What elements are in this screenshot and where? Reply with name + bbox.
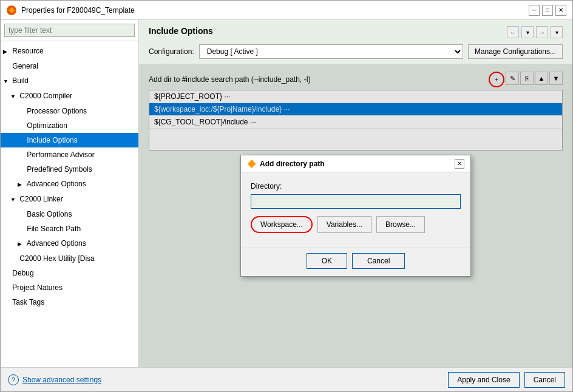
sidebar-item-c2000-hex-utility[interactable]: C2000 Hex Utility [Disa (1, 251, 138, 266)
sidebar-item-label: Task Tags (12, 298, 44, 306)
title-bar-left: 🔶 Properties for F280049C_Template (7, 5, 135, 15)
show-advanced-link[interactable]: Show advanced settings (22, 376, 101, 384)
dialog-close-button[interactable]: ✕ (455, 159, 464, 169)
dialog-title-bar: 🔶 Add directory path ✕ (241, 155, 470, 172)
sidebar-item-c2000-compiler[interactable]: ▼ C2000 Compiler (1, 89, 138, 104)
sidebar-item-label: Resource (12, 47, 43, 55)
bottom-buttons: Apply and Close Cancel (448, 372, 565, 388)
dialog-title: 🔶 Add directory path (247, 160, 325, 168)
dialog-ok-button[interactable]: OK (307, 253, 347, 269)
sidebar-item-resource[interactable]: ▶ Resource (1, 44, 138, 59)
window-controls: ─ □ ✕ (529, 5, 566, 16)
directory-input[interactable] (251, 194, 461, 209)
title-bar: 🔶 Properties for F280049C_Template ─ □ ✕ (1, 1, 572, 20)
bottom-bar: ? Show advanced settings Apply and Close… (1, 367, 572, 391)
main-content: Include Options ← ▾ → ▾ Configuration: D… (139, 20, 572, 367)
sidebar-item-label: General (12, 62, 38, 70)
sidebar-item-build[interactable]: ▼ Build (1, 73, 138, 89)
filter-input[interactable] (4, 24, 135, 37)
sidebar-item-processor-options[interactable]: Processor Options (1, 104, 138, 118)
filter-wrap (1, 20, 138, 41)
add-directory-dialog: 🔶 Add directory path ✕ Directory: Worksp… (240, 155, 471, 277)
dialog-cancel-button[interactable]: Cancel (352, 253, 405, 269)
sidebar-item-label: C2000 Linker (19, 195, 63, 203)
nav-forward-button[interactable]: → (536, 26, 548, 38)
sidebar-item-task-tags[interactable]: Task Tags (1, 295, 138, 309)
sidebar-item-label: Advanced Options (27, 239, 86, 248)
sidebar-item-label: Processor Options (27, 107, 87, 115)
manage-configurations-button[interactable]: Manage Configurations... (468, 44, 563, 59)
sidebar-item-project-natures[interactable]: Project Natures (1, 280, 138, 295)
arrow-icon: ▶ (3, 46, 10, 58)
sidebar-item-label: Project Natures (12, 283, 63, 292)
app-icon: 🔶 (7, 5, 16, 15)
sidebar-item-general[interactable]: General (1, 59, 138, 73)
config-row: Configuration: Debug [ Active ] Manage C… (149, 44, 563, 59)
sidebar-item-c2000-linker[interactable]: ▼ C2000 Linker (1, 192, 138, 207)
arrow-icon: ▼ (3, 75, 10, 87)
sidebar-item-file-search-path[interactable]: File Search Path (1, 221, 138, 236)
arrow-icon: ▼ (10, 90, 18, 103)
sidebar-item-label: Predefined Symbols (27, 165, 92, 174)
sidebar-item-label: Performance Advisor (27, 150, 94, 159)
nav-back-dropdown[interactable]: ▾ (521, 26, 534, 38)
browse-button[interactable]: Browse... (376, 216, 425, 233)
main-header: Include Options ← ▾ → ▾ Configuration: D… (139, 20, 572, 64)
help-icon[interactable]: ? (8, 374, 19, 385)
config-select[interactable]: Debug [ Active ] (199, 44, 463, 59)
section-title: Include Options (149, 26, 213, 36)
variables-button[interactable]: Variables... (317, 216, 371, 233)
dialog-buttons-row: Workspace... Variables... Browse... (251, 216, 461, 233)
nav-back-button[interactable]: ← (507, 26, 519, 38)
nav-forward-dropdown[interactable]: ▾ (551, 26, 563, 38)
sidebar-item-label: Build (12, 76, 29, 85)
sidebar-item-basic-options[interactable]: Basic Options (1, 207, 138, 221)
sidebar: ▶ Resource General ▼ Build ▼ C2000 Compi… (1, 20, 139, 367)
sidebar-item-advanced-options-compiler[interactable]: ▶ Advanced Options (1, 177, 138, 192)
minimize-button[interactable]: ─ (529, 5, 540, 16)
content-area: ▶ Resource General ▼ Build ▼ C2000 Compi… (1, 20, 572, 367)
maximize-button[interactable]: □ (542, 5, 553, 16)
workspace-button[interactable]: Workspace... (251, 216, 313, 233)
apply-close-button[interactable]: Apply and Close (448, 372, 519, 388)
include-area: Add dir to #include search path (--inclu… (139, 64, 572, 367)
sidebar-item-performance-advisor[interactable]: Performance Advisor (1, 147, 138, 162)
config-label: Configuration: (149, 47, 194, 56)
cancel-button[interactable]: Cancel (524, 372, 565, 388)
sidebar-item-include-options[interactable]: Include Options (1, 133, 138, 147)
nav-arrows: ← ▾ → ▾ (507, 26, 563, 38)
close-button[interactable]: ✕ (555, 5, 566, 16)
arrow-icon: ▶ (18, 178, 25, 191)
sidebar-item-label: File Search Path (27, 225, 81, 233)
dialog-icon: 🔶 (247, 160, 256, 168)
window-title: Properties for F280049C_Template (21, 6, 135, 15)
sidebar-item-label: Debug (12, 269, 33, 277)
sidebar-item-label: Optimization (27, 121, 67, 130)
arrow-icon: ▶ (18, 238, 25, 250)
main-window: 🔶 Properties for F280049C_Template ─ □ ✕… (0, 0, 573, 392)
directory-label: Directory: (251, 182, 461, 191)
sidebar-item-debug[interactable]: Debug (1, 266, 138, 280)
tree-container: ▶ Resource General ▼ Build ▼ C2000 Compi… (1, 41, 138, 367)
sidebar-item-predefined-symbols[interactable]: Predefined Symbols (1, 162, 138, 177)
sidebar-item-label: Include Options (27, 136, 77, 144)
sidebar-item-label: C2000 Compiler (19, 92, 72, 100)
dialog-overlay: 🔶 Add directory path ✕ Directory: Worksp… (139, 64, 572, 367)
dialog-body: Directory: Workspace... Variables... Bro… (241, 172, 470, 248)
sidebar-item-label: Basic Options (27, 210, 72, 218)
sidebar-item-label: Advanced Options (27, 180, 86, 188)
sidebar-item-label: C2000 Hex Utility [Disa (19, 254, 94, 263)
arrow-icon: ▼ (10, 194, 18, 206)
sidebar-item-advanced-options-linker[interactable]: ▶ Advanced Options (1, 236, 138, 251)
sidebar-item-optimization[interactable]: Optimization (1, 118, 138, 133)
dialog-footer: OK Cancel (241, 248, 470, 276)
